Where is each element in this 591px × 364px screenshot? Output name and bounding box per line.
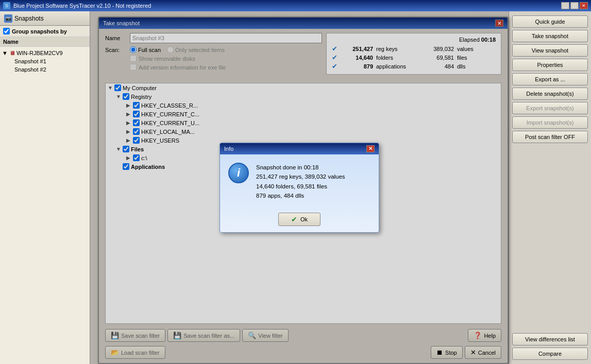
minimize-button[interactable]: _	[561, 2, 569, 9]
import-snapshot-button[interactable]: Import snapshot(s)	[512, 116, 588, 129]
snapshots-tab[interactable]: 📷 Snapshots	[0, 11, 90, 26]
window-controls: _ □ ✕	[561, 2, 588, 9]
info-dialog-footer: ✔ Ok	[220, 209, 379, 232]
window-title: Blue Project Software SysTracer v2.10 - …	[13, 3, 151, 9]
export-as-button[interactable]: Export as ...	[512, 73, 588, 85]
info-icon: i	[228, 163, 249, 183]
right-panel: Quick guide Take snapshot View snapshot …	[509, 11, 591, 364]
view-snapshot-button[interactable]: View snapshot	[512, 44, 588, 57]
info-dialog-body: i Snapshot done in 00:18 251,427 reg key…	[220, 154, 379, 209]
compare-button[interactable]: Compare	[512, 348, 588, 360]
computer-label: WIN-RJBEM2CV9	[16, 50, 63, 56]
ok-label: Ok	[300, 216, 308, 222]
left-panel: 📷 Snapshots Group snapshots by Name ▼ 🖥 …	[0, 11, 90, 364]
main-layout: 📷 Snapshots Group snapshots by Name ▼ 🖥 …	[0, 11, 591, 364]
info-dialog-title-text: Info	[224, 146, 233, 152]
info-dialog-close-button[interactable]: ✕	[366, 145, 375, 152]
info-line3: 14,640 folders, 69,581 files	[256, 182, 345, 191]
group-snapshots-label: Group snapshots by	[12, 28, 67, 34]
snapshot-1[interactable]: Snapshot #1	[0, 57, 90, 65]
view-differences-button[interactable]: View differences list	[512, 333, 588, 345]
info-message: Snapshot done in 00:18 251,427 reg keys,…	[256, 163, 345, 201]
maximize-button[interactable]: □	[570, 2, 579, 9]
ok-button[interactable]: ✔ Ok	[278, 213, 320, 226]
snapshots-tab-label: Snapshots	[14, 15, 44, 22]
info-dialog-overlay: Info ✕ i Snapshot done in 00:18 251,427 …	[90, 11, 509, 364]
properties-button[interactable]: Properties	[512, 59, 588, 71]
info-line4: 879 apps, 484 dlls	[256, 191, 345, 200]
info-dialog: Info ✕ i Snapshot done in 00:18 251,427 …	[219, 143, 379, 233]
computer-node[interactable]: ▼ 🖥 WIN-RJBEM2CV9	[0, 49, 90, 57]
info-line1: Snapshot done in 00:18	[256, 163, 345, 172]
title-bar: S Blue Project Software SysTracer v2.10 …	[0, 0, 591, 11]
tree-header: Name	[0, 37, 90, 47]
take-snapshot-button[interactable]: Take snapshot	[512, 30, 588, 42]
ok-check-icon: ✔	[291, 215, 297, 223]
close-button[interactable]: ✕	[580, 2, 588, 9]
snapshot-tree: ▼ 🖥 WIN-RJBEM2CV9 Snapshot #1 Snapshot #…	[0, 47, 90, 364]
info-line2: 251,427 reg keys, 389,032 values	[256, 172, 345, 181]
group-snapshots-header: Group snapshots by	[0, 26, 90, 37]
computer-icon: 🖥	[9, 50, 15, 56]
delete-snapshot-button[interactable]: Delete snapshot(s)	[512, 88, 588, 100]
post-scan-filter-button[interactable]: Post scan filter OFF	[512, 131, 588, 143]
snapshot-2[interactable]: Snapshot #2	[0, 65, 90, 74]
quick-guide-button[interactable]: Quick guide	[512, 15, 588, 28]
app-icon: S	[3, 2, 10, 9]
export-snapshot-button[interactable]: Export snapshot(s)	[512, 102, 588, 114]
snapshots-tab-icon: 📷	[4, 14, 12, 23]
group-snapshots-checkbox[interactable]	[3, 28, 10, 34]
info-dialog-title-bar: Info ✕	[220, 143, 379, 154]
center-area: Take snapshot ✕ Name Scan:	[90, 11, 509, 364]
